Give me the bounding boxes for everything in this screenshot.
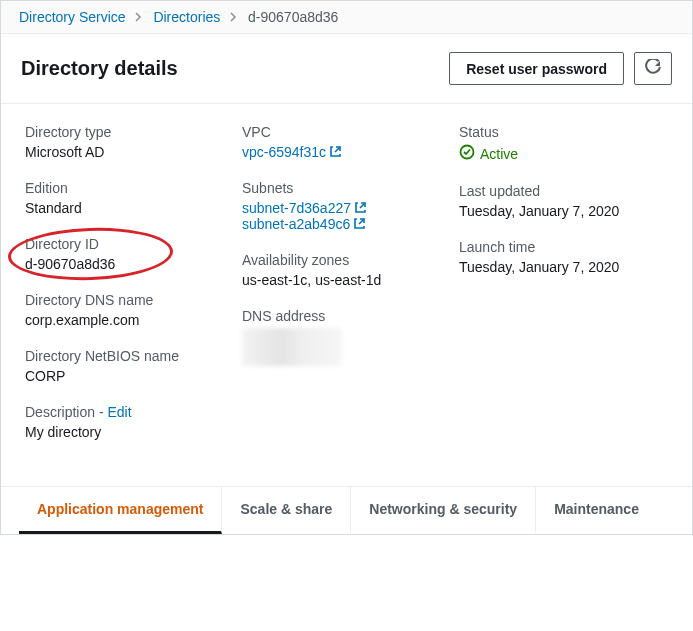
launch-time-value: Tuesday, January 7, 2020 bbox=[459, 259, 668, 275]
edition-label: Edition bbox=[25, 180, 234, 196]
check-circle-icon bbox=[459, 144, 475, 163]
chevron-right-icon bbox=[135, 9, 147, 25]
external-link-icon bbox=[353, 217, 366, 233]
breadcrumb-directories[interactable]: Directories bbox=[153, 9, 220, 25]
vpc-link[interactable]: vpc-6594f31c bbox=[242, 144, 342, 160]
directory-id-label: Directory ID bbox=[25, 236, 234, 252]
breadcrumb-root[interactable]: Directory Service bbox=[19, 9, 126, 25]
status-value: Active bbox=[459, 144, 518, 163]
breadcrumb-current: d-90670a8d36 bbox=[248, 9, 338, 25]
highlight-annotation bbox=[7, 225, 174, 283]
status-label: Status bbox=[459, 124, 668, 140]
tabs: Application management Scale & share Net… bbox=[1, 486, 692, 534]
subnet-link-1[interactable]: subnet-7d36a227 bbox=[242, 200, 367, 216]
refresh-button[interactable] bbox=[634, 52, 672, 85]
dns-name-label: Directory DNS name bbox=[25, 292, 234, 308]
subnets-label: Subnets bbox=[242, 180, 451, 196]
tab-application-management[interactable]: Application management bbox=[19, 487, 222, 534]
page-title: Directory details bbox=[21, 57, 178, 80]
dns-name-value: corp.example.com bbox=[25, 312, 234, 328]
description-label: Description - Edit bbox=[25, 404, 234, 420]
az-label: Availability zones bbox=[242, 252, 451, 268]
az-value: us-east-1c, us-east-1d bbox=[242, 272, 451, 288]
tab-networking-security[interactable]: Networking & security bbox=[351, 487, 536, 534]
netbios-label: Directory NetBIOS name bbox=[25, 348, 234, 364]
last-updated-label: Last updated bbox=[459, 183, 668, 199]
external-link-icon bbox=[329, 145, 342, 161]
description-value: My directory bbox=[25, 424, 234, 440]
directory-type-label: Directory type bbox=[25, 124, 234, 140]
launch-time-label: Launch time bbox=[459, 239, 668, 255]
directory-id-value: d-90670a8d36 bbox=[25, 256, 234, 272]
refresh-icon bbox=[645, 59, 661, 78]
breadcrumb: Directory Service Directories d-90670a8d… bbox=[1, 1, 692, 34]
directory-type-value: Microsoft AD bbox=[25, 144, 234, 160]
reset-password-button[interactable]: Reset user password bbox=[449, 52, 624, 85]
tab-scale-share[interactable]: Scale & share bbox=[222, 487, 351, 534]
edit-description-link[interactable]: Edit bbox=[107, 404, 131, 420]
last-updated-value: Tuesday, January 7, 2020 bbox=[459, 203, 668, 219]
vpc-label: VPC bbox=[242, 124, 451, 140]
edition-value: Standard bbox=[25, 200, 234, 216]
netbios-value: CORP bbox=[25, 368, 234, 384]
subnet-link-2[interactable]: subnet-a2ab49c6 bbox=[242, 216, 366, 232]
external-link-icon bbox=[354, 201, 367, 217]
dns-address-label: DNS address bbox=[242, 308, 451, 324]
tab-maintenance[interactable]: Maintenance bbox=[536, 487, 657, 534]
dns-address-redacted bbox=[242, 328, 342, 366]
chevron-right-icon bbox=[230, 9, 242, 25]
